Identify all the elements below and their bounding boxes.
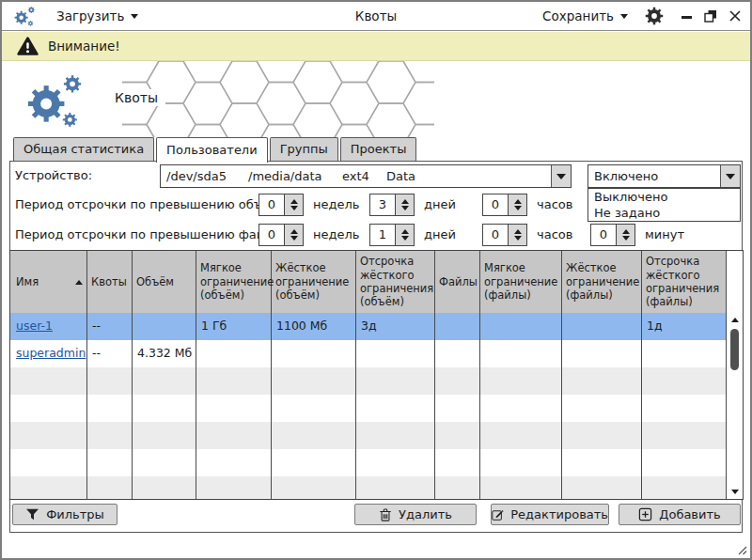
empty-row [10,395,727,422]
edit-icon [492,507,504,521]
spin-down-icon [290,206,298,210]
volume-weeks-spinner[interactable]: 0 [258,194,304,216]
device-combo-arrow-button[interactable] [551,165,571,187]
spin-down-icon [514,236,522,241]
cell-name: superadmin [10,340,87,367]
tab-general-stats[interactable]: Общая статистика [13,137,154,161]
warning-banner: Внимание! [2,32,750,61]
files-days-spinner[interactable]: 1 [369,224,415,246]
files-hours-spinner[interactable]: 0 [482,224,527,246]
cell: -- [87,313,133,340]
spin-down-icon [514,206,522,210]
filters-button[interactable]: Фильтры [12,504,118,525]
table-grid: Имя Квоты Объём Мягкое ограничение (объё… [10,251,727,499]
cell: 3д [356,313,435,340]
table-row[interactable]: superadmin -- 4.332 Мб [10,340,727,367]
column-label: Имя [16,275,39,288]
vertical-scrollbar[interactable] [727,313,743,499]
spin-up-icon [401,229,409,234]
cell [562,313,642,340]
column-header-hard-files[interactable]: Жёсткое ограничение (файлы) [562,251,642,313]
cell: -- [87,340,133,367]
cell: 1д [642,313,727,340]
column-header-soft-volume[interactable]: Мягкое ограничение (объём) [196,251,272,313]
hours-unit-label: часов [537,227,572,241]
volume-days-spinner[interactable]: 3 [369,194,415,216]
days-unit-label: дней [424,227,456,241]
tab-groups[interactable]: Группы [270,137,338,161]
device-combobox-value: /dev/sda5 /media/data ext4 Data [161,165,551,187]
quota-state-combobox[interactable]: Включено [588,164,741,188]
delete-button[interactable]: Удалить [354,504,477,525]
spinner-value[interactable]: 0 [258,224,285,246]
spinner-arrows[interactable] [285,194,304,216]
device-fs: ext4 [342,165,369,187]
scroll-down-button[interactable] [731,485,739,499]
column-header-soft-files[interactable]: Мягкое ограничение (файлы) [480,251,562,313]
tab-projects[interactable]: Проекты [340,137,417,161]
weeks-unit-label: недель [313,227,359,241]
files-minutes-spinner[interactable]: 0 [590,224,635,246]
grace-files-label: Период отсрочки по превышению файлов: [15,227,291,241]
column-header-hard-volume[interactable]: Жёсткое ограничение (объём) [272,251,356,313]
spinner-value[interactable]: 3 [369,194,396,216]
spinner-arrows[interactable] [509,194,527,216]
column-header-quotas[interactable]: Квоты [87,251,133,313]
spin-up-icon [290,229,298,234]
spinner-arrows[interactable] [509,224,527,246]
files-weeks-spinner[interactable]: 0 [258,224,304,246]
add-button[interactable]: Добавить [619,504,741,525]
spinner-value[interactable]: 0 [590,224,617,246]
scroll-thumb[interactable] [730,329,739,370]
spinner-value[interactable]: 0 [482,194,509,216]
device-combobox[interactable]: /dev/sda5 /media/data ext4 Data [160,164,572,188]
volume-hours-spinner[interactable]: 0 [482,194,527,216]
quota-state-arrow-button[interactable] [720,165,740,187]
cell [272,340,356,367]
cell [435,340,480,367]
spin-down-icon [401,236,409,241]
empty-row [10,476,727,499]
tab-users[interactable]: Пользователи [156,137,268,163]
column-header-volume[interactable]: Объём [133,251,196,313]
spinner-arrows[interactable] [396,224,415,246]
spin-up-icon [290,199,298,204]
plus-icon [638,507,652,521]
content-panel: Устройство: /dev/sda5 /media/data ext4 D… [9,161,743,533]
spinner-value[interactable]: 0 [258,194,285,216]
column-header-name[interactable]: Имя [10,251,87,313]
column-header-files[interactable]: Файлы [435,251,480,313]
cell [435,313,480,340]
dropdown-option-unset[interactable]: Не задано [588,205,740,221]
cell: 1 Гб [196,313,272,340]
column-header-grace-volume[interactable]: Отсрочка жёсткого ограничения (объём) [356,251,435,313]
spin-up-icon [401,199,409,204]
device-mount: /media/data [248,165,322,187]
spinner-value[interactable]: 1 [369,224,396,246]
table-row[interactable]: user-1 -- 1 Гб 1100 Мб 3д 1д [10,313,727,340]
user-link[interactable]: superadmin [16,346,86,360]
grace-files-row: Период отсрочки по превышению файлов: 0 … [10,224,742,246]
column-header-grace-files[interactable]: Отсрочка жёсткого ограничения (файлы) [642,251,727,313]
user-link[interactable]: user-1 [16,319,53,333]
cell [480,313,562,340]
empty-row [10,422,727,449]
spinner-arrows[interactable] [396,194,415,216]
dropdown-option-off[interactable]: Выключено [588,189,740,205]
warning-icon [17,37,39,56]
cell-name: user-1 [10,313,87,340]
edit-button[interactable]: Редактировать [491,504,609,525]
spinner-arrows[interactable] [285,224,304,246]
minutes-unit-label: минут [645,227,684,241]
empty-row [10,449,727,476]
chevron-down-icon [726,174,735,179]
weeks-unit-label: недель [313,197,359,211]
add-label: Добавить [659,507,720,521]
scroll-up-button[interactable] [731,313,739,327]
title-bar: Загрузить Квоты Сохранить [2,2,750,31]
resize-grip[interactable] [736,544,747,555]
spinner-arrows[interactable] [617,224,635,246]
cell [562,340,642,367]
spinner-value[interactable]: 0 [482,224,509,246]
table-header: Имя Квоты Объём Мягкое ограничение (объё… [10,251,727,313]
